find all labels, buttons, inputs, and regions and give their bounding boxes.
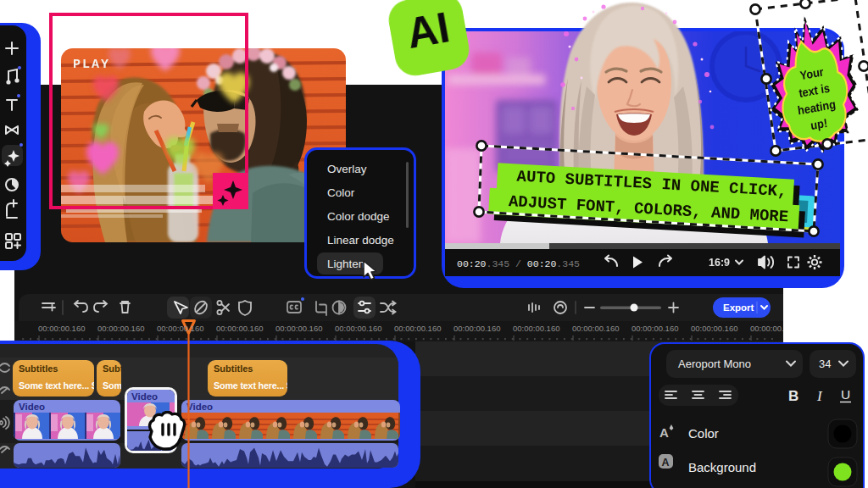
svg-text:00:00:00.160: 00:00:00.160 — [97, 324, 144, 333]
svg-text:00:00:00.160: 00:00:00.160 — [275, 324, 322, 333]
svg-text:00:00:00.160: 00:00:00.160 — [38, 324, 85, 333]
svg-text:00:00:00.160: 00:00:00.160 — [394, 324, 441, 333]
svg-text:00:00:00.160: 00:00:00.160 — [335, 324, 381, 333]
svg-text:00:00:00.160: 00:00:00.160 — [513, 324, 559, 333]
svg-text:A: A — [659, 425, 669, 440]
svg-text:00:00:00.160: 00:00:00.160 — [572, 324, 619, 333]
svg-text:00:00:00.160: 00:00:00.160 — [750, 324, 783, 333]
svg-text:00:00:00.160: 00:00:00.160 — [157, 324, 203, 333]
svg-text:Export: Export — [723, 302, 754, 313]
svg-text:00:00:00.160: 00:00:00.160 — [453, 324, 500, 333]
svg-text:B: B — [788, 388, 798, 404]
svg-text:00:00:00.160: 00:00:00.160 — [632, 324, 678, 333]
svg-text:I: I — [816, 388, 823, 404]
svg-text:U: U — [841, 387, 850, 402]
svg-text:00:00:00.160: 00:00:00.160 — [216, 324, 263, 333]
svg-text:16:9: 16:9 — [709, 257, 730, 269]
svg-text:A: A — [662, 457, 670, 469]
svg-text:00:00:00.160: 00:00:00.160 — [691, 324, 737, 333]
